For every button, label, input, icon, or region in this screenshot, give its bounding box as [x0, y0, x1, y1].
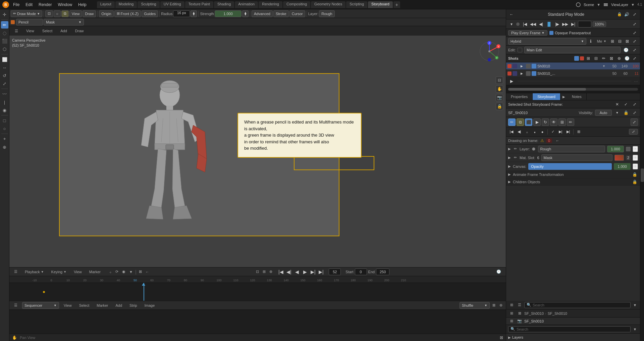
tool-frame-btn[interactable]: ⧉ [517, 118, 524, 126]
ssf-close-btn[interactable]: ✕ [614, 101, 621, 108]
add-workspace-btn[interactable]: + [393, 1, 400, 8]
tab-modeling[interactable]: Modeling [115, 1, 137, 8]
layer-eye-btn[interactable]: 👁 [633, 146, 638, 152]
search1-list-btn[interactable]: ☰ [516, 302, 523, 308]
layer-value-input[interactable]: 1.000 [607, 146, 624, 152]
tool-grid2-btn[interactable]: ⊞ [558, 118, 566, 126]
seq-type-dropdown[interactable]: Sequencer ▼ [22, 302, 59, 309]
shots-checkbox[interactable] [574, 56, 579, 61]
shots-filter1[interactable]: ⊞ [585, 55, 592, 62]
circle-btn[interactable]: ○ [1, 125, 8, 132]
vp-view-btn[interactable]: View [23, 28, 37, 34]
move-btn[interactable]: ↔ [1, 64, 8, 71]
strength2-btn[interactable]: ◉ [1, 106, 8, 114]
scene-expand-icon[interactable]: ▼ [597, 3, 600, 7]
tab-shading[interactable]: Shading [214, 1, 234, 8]
strength-extra-btn[interactable]: ⧫ [242, 10, 249, 17]
hybrid-info-btn[interactable]: ℹ [588, 38, 594, 45]
canvas-opacity-bar[interactable]: Opacity [528, 163, 612, 170]
shot2-arrow-btn[interactable]: ▶ [518, 70, 525, 77]
shot-row-2[interactable]: ▶ Sh0010_... 50 60 11 [506, 70, 640, 77]
smooth-btn[interactable]: 〰 [1, 90, 8, 98]
advanced-dropdown[interactable]: Advanced [252, 10, 273, 17]
tab-uv-editing[interactable]: UV Editing [160, 1, 184, 8]
seq-image-btn[interactable]: Image [142, 303, 158, 308]
vis-dropdown[interactable]: Auto [595, 110, 612, 116]
shots-filter3[interactable]: ✏ [600, 55, 607, 62]
pb2-check-btn[interactable]: ✓ [549, 129, 556, 135]
me-expand[interactable]: ▼ [603, 40, 606, 43]
seq-proxy-btn[interactable]: ⊠ [491, 303, 497, 308]
seq-track[interactable] [9, 310, 506, 334]
breadcrumb-icon-btn[interactable]: ⊠ [516, 310, 523, 317]
tl-keying-btn[interactable]: Keying ▼ [49, 270, 69, 274]
thickness-btn[interactable]: | [1, 98, 8, 106]
shots-filter6[interactable]: 🕐 [624, 55, 630, 62]
search1-filter-btn[interactable]: ▼ [632, 302, 638, 308]
hybrid-icon1[interactable]: ⊞ [609, 38, 616, 45]
edit-checkbox[interactable] [518, 48, 522, 52]
layer-name-dropdown[interactable]: Rough [538, 146, 605, 152]
pb-first-btn[interactable]: |◀ [522, 21, 528, 28]
nav-gizmo[interactable]: Z X Y [478, 40, 501, 63]
tl-last-btn[interactable]: ▶| [317, 268, 325, 276]
tl-arrow-left-btn[interactable]: ← [144, 270, 151, 274]
tab-storyboard[interactable]: Storyboard [533, 93, 560, 100]
seq-view-btn[interactable]: View [61, 303, 74, 308]
view-header-btn[interactable]: View [69, 10, 82, 17]
edit-settings-btn[interactable]: ⤢ [631, 47, 638, 53]
tab-texture-paint[interactable]: Texture Paint [185, 1, 213, 8]
tl-frame-input[interactable] [329, 269, 341, 275]
tl-start-input[interactable] [355, 269, 367, 275]
tab-layout[interactable]: Layout [97, 1, 115, 8]
rp-lock-btn[interactable]: 🔒 [617, 12, 622, 16]
tl-back-btn[interactable]: ◀ [293, 268, 301, 276]
shots-filter7[interactable]: ⤢ [631, 55, 638, 62]
tool-pencil-btn[interactable]: ✏ [508, 118, 516, 126]
pencil-dropdown[interactable]: Pencil [16, 19, 43, 26]
sf-arrow-btn[interactable]: ▼ [614, 109, 621, 116]
pb2-dot-btn[interactable]: ● [539, 129, 546, 135]
search1-input[interactable]: 🔍 Search [524, 302, 631, 308]
vp-draw-btn[interactable]: Draw [72, 28, 87, 34]
search1-icon-btn[interactable]: ⊞ [508, 302, 515, 308]
right-scrollbar[interactable] [640, 9, 644, 341]
tab-storyboard[interactable]: Storyboard [368, 1, 393, 8]
shots-filter4[interactable]: ⊠ [608, 55, 615, 62]
menu-file[interactable]: File [11, 2, 22, 8]
shot1-expand[interactable]: ▼ [602, 64, 605, 68]
shot1-arrow-btn[interactable]: ▶ [518, 63, 525, 69]
front-xz-dropdown[interactable]: ⊞ Front (X-Z) [114, 10, 141, 17]
canvas-arrow-icon[interactable]: ▶ [508, 164, 511, 168]
rp-sound-btn[interactable]: 🔊 [623, 11, 630, 18]
main-edit-dropdown[interactable]: Main Edit [524, 47, 621, 53]
pan-btn[interactable]: ✋ [496, 85, 503, 93]
pb-play-btn[interactable]: |▶ [554, 21, 560, 28]
vp-menu-btn[interactable]: ☰ [12, 28, 21, 34]
tool-multiframe2-btn[interactable]: ⬛ [525, 118, 532, 126]
camera-btn[interactable]: 📷 [496, 94, 503, 101]
breadcrumb-item1[interactable]: SF_Sh0010 [524, 311, 544, 315]
tl-sync-btn[interactable]: ⟳ [114, 269, 120, 274]
snap-btn[interactable]: ⊡ [45, 10, 53, 17]
pb-expand-btn[interactable]: ⤢ [631, 21, 638, 28]
menu-help[interactable]: Help [76, 2, 89, 8]
search2-filter-btn[interactable]: ▼ [632, 326, 638, 332]
tl-playback-btn[interactable]: Playback ▼ [22, 270, 47, 274]
radius-extra-btn[interactable]: ⧫ [191, 10, 197, 17]
viewport[interactable]: ☰ View Select Add Draw Camera Perspectiv… [9, 26, 506, 267]
tool-settings-btn[interactable]: ⤢ [631, 118, 638, 126]
menu-window[interactable]: Window [55, 2, 74, 8]
layers-row[interactable]: ▶ Layers [506, 334, 640, 341]
strength-bar[interactable]: 1.000 [215, 10, 241, 17]
seq-select-btn[interactable]: Select [76, 303, 92, 308]
tl-menu-btn[interactable]: ☰ [11, 269, 20, 274]
hybrid-dropdown[interactable]: Hybrid ▼ [508, 38, 586, 45]
pb2-prev2-btn[interactable]: ◀| [516, 129, 523, 135]
mat-color-swatch[interactable] [614, 155, 624, 161]
canvas-value-input[interactable]: 1.000 [614, 163, 631, 170]
view-all-btn[interactable]: ⊟ [496, 77, 503, 84]
shuffle-dropdown[interactable]: Shuffle ▼ [460, 302, 490, 309]
all-dropdown[interactable]: ⤢ [629, 129, 638, 135]
tool-eye2-btn[interactable]: 👁 [550, 118, 557, 126]
